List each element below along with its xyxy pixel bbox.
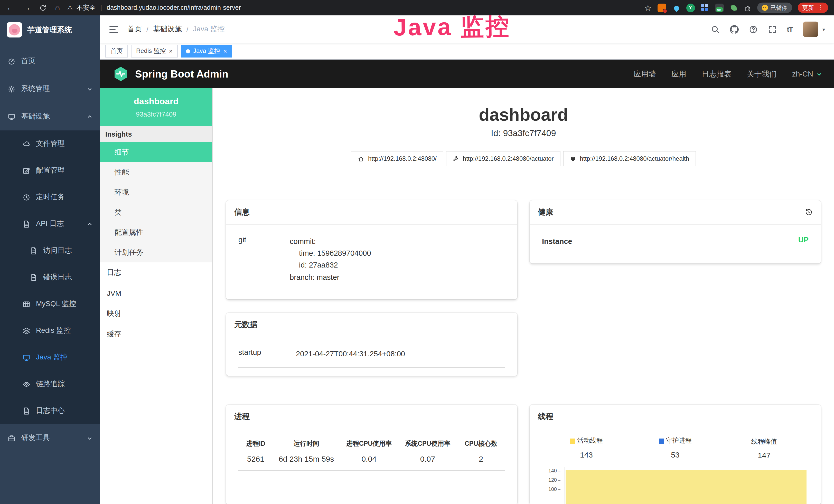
eye-icon [23, 380, 30, 388]
legend-daemon-threads: 守护进程 53 [631, 436, 720, 460]
address-bar[interactable]: ⚠ 不安全 | dashboard.yudao.iocoder.cn/infra… [67, 3, 637, 12]
sidebar-item-log-center[interactable]: 日志中心 [0, 397, 100, 424]
metadata-card-header: 元数据 [226, 313, 517, 337]
tab-java-monitor[interactable]: Java 监控 × [181, 45, 232, 58]
sba-nav-wallboard[interactable]: 应用墙 [634, 69, 656, 79]
forward-button[interactable]: → [23, 3, 31, 12]
sba-nav-applications[interactable]: 应用 [672, 69, 686, 79]
sba-menu-section-insights: Insights [100, 126, 212, 142]
sync-paused-chip[interactable]: 已暂停 [757, 3, 792, 13]
sync-paused-label: 已暂停 [770, 4, 787, 12]
tab-redis-monitor[interactable]: Redis 监控 × [131, 45, 178, 58]
sba-brand[interactable]: Spring Boot Admin [112, 66, 228, 82]
sidebar-item-system[interactable]: 系统管理 [0, 75, 100, 103]
sba-instance-header[interactable]: dashboard 93a3fc7f7409 [100, 88, 212, 126]
screen: ← → ⌂ ⚠ 不安全 | dashboard.yudao.iocoder.cn… [0, 0, 834, 504]
back-button[interactable]: ← [6, 3, 14, 12]
tags-view-bar: 首页 Redis 监控 × Java 监控 × [100, 43, 834, 60]
sba-instance-id: 93a3fc7f7409 [100, 110, 212, 118]
actuator-url-link[interactable]: http://192.168.0.2:48080/actuator [446, 151, 561, 166]
font-size-icon[interactable]: tT [787, 25, 793, 33]
sba-menu-environment[interactable]: 环境 [100, 182, 212, 202]
sidebar-item-file-mgmt[interactable]: 文件管理 [0, 131, 100, 157]
sba-menu-jvm[interactable]: JVM [100, 283, 212, 303]
extension-drop-icon[interactable] [672, 3, 680, 12]
y-tick-140: 140 [542, 468, 561, 474]
sidebar-item-devtools[interactable]: 研发工具 [0, 424, 100, 452]
info-card: 信息 git commit: time: 1596289704000 id: 2… [226, 200, 517, 299]
profile-face-icon [762, 5, 768, 11]
browser-menu-icon[interactable]: ⋮ [817, 4, 824, 11]
instance-links: http://192.168.0.2:48080/ http://192.168… [213, 151, 834, 166]
document-icon [23, 407, 30, 415]
sidebar-item-config-mgmt[interactable]: 配置管理 [0, 157, 100, 184]
service-url-link[interactable]: http://192.168.0.2:48080/ [351, 151, 443, 166]
sba-menu-details[interactable]: 细节 [100, 142, 212, 162]
sidebar-item-error-logs[interactable]: 错误日志 [0, 264, 100, 291]
sba-menu-classes[interactable]: 类 [100, 202, 212, 222]
sidebar-item-mysql-monitor[interactable]: MySQL 监控 [0, 291, 100, 317]
app-sidebar: 芋道管理系统 首页 系统管理 基础设施 文件管理 [0, 16, 100, 504]
fullscreen-icon[interactable] [768, 25, 777, 33]
user-avatar[interactable] [803, 22, 818, 37]
health-card: 健康 Instance UP [530, 200, 821, 264]
close-tab-icon[interactable]: × [169, 48, 173, 54]
breadcrumb-current: Java 监控 [193, 25, 225, 34]
github-icon[interactable] [730, 25, 739, 33]
sidebar-item-api-logs[interactable]: API 日志 [0, 210, 100, 237]
sidebar-item-cron-jobs[interactable]: 定时任务 [0, 184, 100, 210]
sba-menu-mappings[interactable]: 映射 [100, 303, 212, 324]
threads-card-title: 线程 [538, 412, 553, 421]
sba-menu-configprops[interactable]: 配置属性 [100, 222, 212, 243]
sba-nav-about[interactable]: 关于我们 [747, 69, 777, 79]
extensions-puzzle-icon[interactable] [744, 4, 751, 12]
search-icon[interactable] [711, 25, 720, 33]
sba-sidebar: dashboard 93a3fc7f7409 Insights 细节 性能 环境… [100, 88, 213, 504]
app-logo[interactable]: 芋道管理系统 [0, 16, 100, 44]
chrome-update-button[interactable]: 更新 ⋮ [797, 3, 828, 13]
hamburger-icon[interactable] [109, 26, 118, 32]
bookmark-star-icon[interactable]: ☆ [644, 3, 652, 13]
breadcrumb-infra[interactable]: 基础设施 [153, 25, 182, 34]
sba-menu-logs[interactable]: 日志 [100, 262, 212, 283]
layers-icon [23, 327, 30, 335]
health-url-link[interactable]: http://192.168.0.2:48080/actuator/health [563, 151, 696, 166]
extension-on-icon[interactable]: on [715, 3, 724, 12]
close-tab-icon[interactable]: × [223, 48, 227, 54]
extension-grid-icon[interactable] [700, 3, 709, 12]
extension-y-icon[interactable]: Y [686, 3, 695, 12]
sidebar-item-redis-monitor[interactable]: Redis 监控 [0, 317, 100, 344]
y-tick-120: 120 [542, 477, 561, 483]
status-badge-up: UP [798, 236, 809, 248]
sidebar-item-home[interactable]: 首页 [0, 47, 100, 75]
breadcrumb: 首页 / 基础设施 / Java 监控 [127, 25, 225, 34]
home-button[interactable]: ⌂ [55, 3, 60, 12]
extension-orange-icon[interactable] [657, 3, 666, 12]
breadcrumb-home[interactable]: 首页 [127, 25, 142, 34]
sba-nav-journal[interactable]: 日志报表 [702, 69, 731, 79]
sba-menu-metrics[interactable]: 性能 [100, 162, 212, 182]
browser-toolbar: ← → ⌂ ⚠ 不安全 | dashboard.yudao.iocoder.cn… [0, 0, 834, 16]
url-text: dashboard.yudao.iocoder.cn/infra/admin-s… [107, 4, 241, 11]
sidebar-item-infra[interactable]: 基础设施 [0, 103, 100, 131]
sba-locale-select[interactable]: zh-CN [792, 70, 822, 78]
sidebar-item-java-monitor[interactable]: Java 监控 [0, 344, 100, 371]
process-card-header: 进程 [226, 405, 517, 429]
table-icon [23, 300, 30, 308]
sba-menu-caches[interactable]: 缓存 [100, 324, 212, 345]
metadata-card: 元数据 startup 2021-04-27T00:44:31.254+08:0… [226, 313, 517, 376]
tab-home[interactable]: 首页 [105, 45, 128, 58]
extension-leaf-icon[interactable] [729, 3, 738, 12]
help-icon[interactable] [749, 25, 758, 33]
sidebar-item-access-logs[interactable]: 访问日志 [0, 237, 100, 264]
security-label: 不安全 [76, 3, 96, 12]
sidebar-item-tracing[interactable]: 链路追踪 [0, 371, 100, 397]
legend-peak-threads: 线程峰值 147 [720, 436, 809, 460]
url-divider: | [101, 4, 102, 11]
reload-button[interactable] [39, 4, 47, 12]
cloud-icon [23, 140, 30, 147]
instance-title: dashboard [213, 104, 834, 125]
sba-menu-scheduled-tasks[interactable]: 计划任务 [100, 243, 212, 262]
history-icon[interactable] [805, 208, 813, 216]
y-tick-100: 100 [542, 486, 561, 492]
